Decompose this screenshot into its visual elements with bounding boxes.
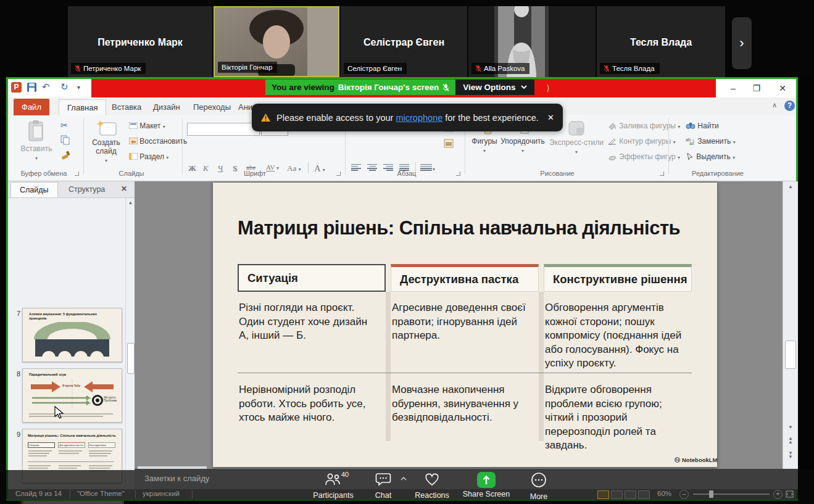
share-screen-button[interactable]: Share Screen <box>460 472 513 498</box>
redo-icon[interactable]: ↻ <box>60 81 69 93</box>
reset-icon <box>129 138 138 144</box>
chat-icon <box>375 472 391 487</box>
microphone-link[interactable]: microphone <box>396 113 442 123</box>
copy-icon[interactable] <box>60 135 70 145</box>
reactions-button[interactable]: Reactions <box>412 472 452 500</box>
minimize-button[interactable]: – <box>724 81 742 96</box>
close-button[interactable]: ✕ <box>773 81 792 96</box>
replace-button[interactable]: abac Заменить ▾ <box>686 137 736 146</box>
undo-icon[interactable]: ↶ <box>42 81 50 93</box>
paragraph-dialog-launcher[interactable] <box>456 171 460 176</box>
collapse-ribbon-icon[interactable]: ∧ <box>772 101 777 109</box>
participants-button[interactable]: 40 Participants <box>312 472 355 500</box>
zoom-out-button[interactable]: – <box>679 490 689 499</box>
notification-close-icon[interactable]: ✕ <box>547 113 554 122</box>
format-painter-icon[interactable] <box>60 150 70 160</box>
slide-sorter-view-button[interactable] <box>611 490 623 499</box>
previous-slide-icon[interactable]: ▲▲ <box>783 437 798 444</box>
fit-to-window-icon[interactable] <box>786 490 794 498</box>
select-button[interactable]: Выделить ▾ <box>686 152 735 161</box>
panel-close-icon[interactable]: ✕ <box>121 184 127 193</box>
tab-insert[interactable]: Вставка <box>104 99 149 115</box>
new-slide-button[interactable]: Создать слайд▾ <box>87 120 125 164</box>
video-tile-selistrar[interactable]: Селістрар Євген Селістрар Євген <box>341 6 467 77</box>
help-icon[interactable]: ? <box>784 101 795 111</box>
main-scrollbar[interactable]: ▲ ▼ ▲▲ ▼▼ <box>783 181 798 469</box>
chat-button[interactable]: Chat <box>365 472 402 500</box>
chat-options-chevron-icon[interactable] <box>400 476 407 481</box>
font-name-combo[interactable]: ▾ <box>187 123 260 136</box>
slides-group-label: Слайды <box>88 170 175 177</box>
shape-fill-button[interactable]: Заливка фигуры ▾ <box>608 122 680 130</box>
view-options-button[interactable]: View Options <box>455 80 534 95</box>
shape-outline-button[interactable]: Контур фигуры ▾ <box>608 137 676 146</box>
next-participants-button[interactable]: › <box>732 17 752 69</box>
font-dialog-launcher[interactable] <box>336 171 341 176</box>
align-left-button[interactable] <box>351 162 362 173</box>
paste-button[interactable]: Вставить▾ <box>19 120 54 162</box>
zoom-slider-thumb[interactable] <box>709 490 713 498</box>
tab-file[interactable]: Файл <box>14 99 49 115</box>
align-text-button[interactable] <box>444 139 457 149</box>
main-scrollbar-thumb[interactable] <box>785 341 796 369</box>
normal-view-button[interactable] <box>597 490 609 499</box>
cut-icon[interactable]: ✂ <box>60 120 68 130</box>
scroll-up-icon[interactable]: ▲ <box>126 200 135 205</box>
tab-design[interactable]: Дизайн <box>145 99 188 115</box>
sidebar-scrollbar-thumb[interactable] <box>127 343 135 374</box>
participant-label: Селістрар Євген <box>344 63 407 74</box>
italic-button[interactable]: К <box>203 163 209 173</box>
tab-home[interactable]: Главная <box>59 99 106 116</box>
notebooklm-watermark: NotebookLM <box>675 456 718 463</box>
column-gutter <box>539 292 544 441</box>
microphone-notification: Please enable access to your microphone … <box>252 104 563 131</box>
clipboard-dialog-launcher[interactable] <box>75 171 79 176</box>
notebooklm-icon <box>675 457 680 463</box>
video-tile-teslia[interactable]: Тесля Влада Тесля Влада <box>597 6 725 77</box>
reading-view-button[interactable] <box>625 490 636 499</box>
bold-button[interactable]: Ж <box>188 163 196 173</box>
slide[interactable]: Матриця рішень: Спільна навчальна діяльн… <box>213 183 717 467</box>
select-icon <box>686 152 694 160</box>
shape-effects-button[interactable]: Эффекты фигур ▾ <box>608 152 680 161</box>
mic-muted-icon <box>475 65 481 72</box>
layout-button[interactable]: Макет ▾ <box>129 122 165 130</box>
section-button[interactable]: Раздел ▾ <box>129 152 168 161</box>
scroll-up-icon[interactable]: ▲ <box>783 184 798 189</box>
video-tile-paskova[interactable]: Alla Paskova <box>468 6 596 77</box>
video-tile-honchar[interactable]: Вікторія Гончар <box>214 6 339 77</box>
mic-muted-icon <box>75 65 81 72</box>
chevron-down-icon <box>521 85 527 89</box>
col-header-constructive: Конструктивне рішення <box>544 264 692 292</box>
cell-r2c1: Нерівномірний розподіл роботи. Хтось роб… <box>239 383 380 425</box>
more-button[interactable]: More <box>521 472 556 501</box>
language-indicator[interactable]: украинский <box>143 490 180 497</box>
thumb-number: 8 <box>12 370 20 378</box>
panel-tab-outline[interactable]: Структура <box>60 182 114 197</box>
slide-title: Матриця рішень: Спільна навчальна діяльн… <box>238 217 680 239</box>
font-color-button[interactable]: A ▾ <box>314 163 325 174</box>
participants-count: 40 <box>341 471 349 478</box>
scroll-down-icon[interactable]: ▼ <box>783 424 798 430</box>
restore-button[interactable]: ❐ <box>747 81 766 96</box>
slide-thumbnail-8[interactable]: Парадигмальний зсув Я проти Тебе Ми прот… <box>22 368 122 423</box>
slide-canvas: Матриця рішень: Спільна навчальна діяльн… <box>135 181 783 469</box>
save-icon[interactable] <box>27 82 37 93</box>
replace-icon: abac <box>686 138 696 145</box>
status-bar: Слайд 9 из 14 "Office Theme" украинский … <box>8 489 796 499</box>
panel-tab-slides[interactable]: Слайды <box>10 182 58 197</box>
warning-icon <box>260 113 271 122</box>
find-button[interactable]: Найти <box>686 122 719 130</box>
video-tile-petrychenko[interactable]: Петриченко Марк Петриченко Марк <box>68 6 212 77</box>
slideshow-view-button[interactable] <box>638 490 650 499</box>
drawing-dialog-launcher[interactable] <box>660 171 664 176</box>
zoom-slider-track[interactable] <box>693 494 770 495</box>
clipboard-group-label: Буфер обмена <box>13 170 75 177</box>
qat-dropdown-icon[interactable]: ▾ <box>77 84 80 91</box>
slide-thumbnail-7[interactable]: Алхімія вирішення: 5 фундаментальних при… <box>22 308 122 362</box>
reset-slide-button[interactable]: Восстановить <box>129 137 187 146</box>
sidebar-scrollbar[interactable]: ▲ <box>125 198 135 489</box>
next-slide-icon[interactable]: ▼▼ <box>783 452 798 459</box>
zoom-in-button[interactable]: + <box>773 490 783 499</box>
shape-effects-icon <box>608 153 617 160</box>
